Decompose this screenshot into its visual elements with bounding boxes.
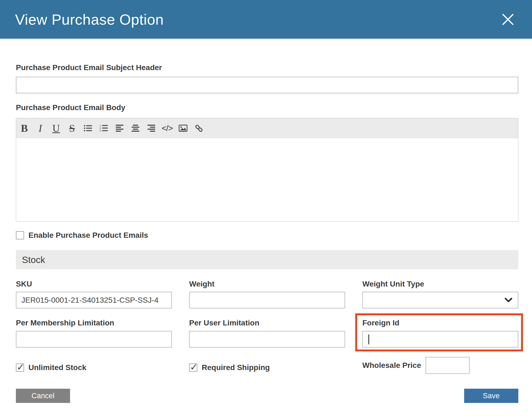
modal-footer: Cancel Save <box>16 389 518 403</box>
sku-field: SKU <box>16 280 172 308</box>
foreign-id-input[interactable] <box>362 331 518 348</box>
view-purchase-option-modal: View Purchase Option Purchase Product Em… <box>0 0 532 418</box>
weight-unit-type-label: Weight Unit Type <box>362 280 518 288</box>
bold-icon[interactable]: B <box>19 122 29 135</box>
checkmark-icon: ✓ <box>17 362 25 372</box>
unordered-list-icon[interactable] <box>83 122 93 135</box>
weight-input[interactable] <box>189 292 345 308</box>
sku-input[interactable] <box>16 292 172 308</box>
editor-toolbar: B I U S 1 2 3 <box>16 118 518 138</box>
save-button[interactable]: Save <box>464 389 518 403</box>
per-membership-limitation-input[interactable] <box>16 331 172 348</box>
checkmark-icon: ✓ <box>190 362 198 372</box>
email-subject-label: Purchase Product Email Subject Header <box>16 64 518 71</box>
code-icon[interactable]: </> <box>162 122 172 135</box>
unlimited-stock-checkbox[interactable]: ✓ <box>16 363 24 372</box>
ordered-list-icon[interactable]: 1 2 3 <box>99 122 109 135</box>
required-shipping-checkbox[interactable]: ✓ <box>189 363 197 372</box>
wholesale-price-input[interactable] <box>426 357 470 374</box>
modal-body: Purchase Product Email Subject Header Pu… <box>0 64 532 403</box>
foreign-id-field: Foreign Id <box>362 319 518 348</box>
stock-section-header: Stock <box>16 250 518 269</box>
per-user-limitation-label: Per User Limitation <box>189 319 345 327</box>
sku-label: SKU <box>16 280 172 288</box>
per-membership-limitation-field: Per Membership Limitation <box>16 319 172 348</box>
weight-unit-type-select[interactable] <box>362 292 518 308</box>
email-body-label: Purchase Product Email Body <box>16 104 518 111</box>
email-body-textarea[interactable] <box>16 138 518 221</box>
unlimited-stock-label: Unlimited Stock <box>28 363 86 372</box>
text-cursor <box>368 334 369 344</box>
required-shipping-label: Required Shipping <box>202 363 270 372</box>
svg-text:2: 2 <box>100 127 101 130</box>
chevron-down-icon <box>505 298 512 302</box>
svg-text:1: 1 <box>100 124 101 127</box>
align-right-icon[interactable] <box>146 122 156 135</box>
link-icon[interactable] <box>194 122 204 135</box>
weight-label: Weight <box>189 280 345 288</box>
unlimited-stock-row: ✓ Unlimited Stock <box>16 361 172 374</box>
foreign-id-label: Foreign Id <box>362 319 518 327</box>
align-left-icon[interactable] <box>115 122 125 135</box>
weight-unit-type-field: Weight Unit Type <box>362 280 518 308</box>
per-user-limitation-field: Per User Limitation <box>189 319 345 348</box>
cancel-button[interactable]: Cancel <box>16 389 70 403</box>
align-center-icon[interactable] <box>131 122 140 135</box>
per-membership-limitation-label: Per Membership Limitation <box>16 319 172 327</box>
wholesale-price-field: Wholesale Price <box>362 357 518 374</box>
underline-icon[interactable]: U <box>51 122 61 135</box>
weight-field: Weight <box>189 280 345 308</box>
close-icon[interactable] <box>501 13 514 26</box>
image-icon[interactable] <box>178 122 188 135</box>
wholesale-price-label: Wholesale Price <box>362 362 421 369</box>
stock-section-title: Stock <box>22 254 45 265</box>
modal-title: View Purchase Option <box>15 11 164 28</box>
strikethrough-icon[interactable]: S <box>67 122 77 135</box>
enable-purchase-emails-row: Enable Purchase Product Emails <box>16 231 518 240</box>
italic-icon[interactable]: I <box>35 122 45 135</box>
email-subject-input[interactable] <box>16 77 518 93</box>
per-user-limitation-input[interactable] <box>189 331 345 348</box>
email-body-editor: B I U S 1 2 3 <box>16 118 518 222</box>
enable-purchase-emails-checkbox[interactable] <box>16 231 24 239</box>
modal-header: View Purchase Option <box>0 0 532 40</box>
required-shipping-row: ✓ Required Shipping <box>189 361 345 374</box>
enable-purchase-emails-label: Enable Purchase Product Emails <box>28 231 148 240</box>
svg-text:3: 3 <box>100 130 101 132</box>
